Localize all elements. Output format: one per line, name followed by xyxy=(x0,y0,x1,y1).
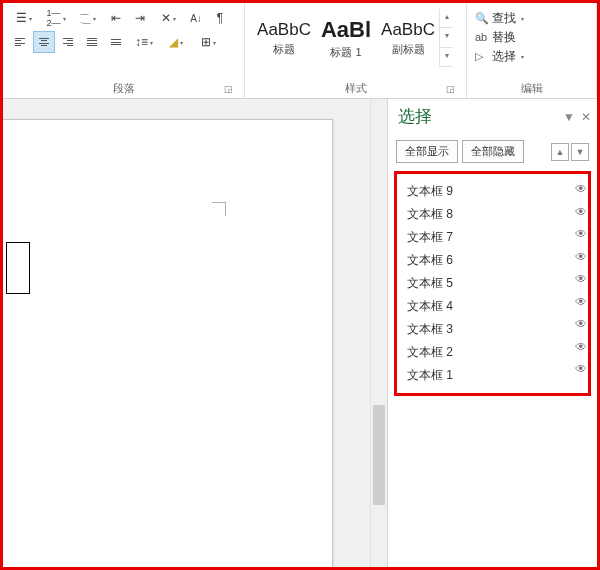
pane-dropdown-icon[interactable]: ▼ xyxy=(563,110,575,124)
visibility-toggle-icon[interactable]: 👁 xyxy=(575,201,587,224)
bring-forward-button[interactable]: ▲ xyxy=(551,143,569,161)
replace-button[interactable]: ab 替换 xyxy=(473,28,590,46)
send-backward-button[interactable]: ▼ xyxy=(571,143,589,161)
group-label-paragraph: 段落 ◲ xyxy=(9,78,238,98)
styles-gallery[interactable]: AaBbC 标题 AaBl 标题 1 AaBbC 副标题 ▴ ▾ ▾ xyxy=(251,7,453,67)
ribbon-group-styles: AaBbC 标题 AaBl 标题 1 AaBbC 副标题 ▴ ▾ ▾ xyxy=(245,3,467,98)
scrollbar-thumb[interactable] xyxy=(373,405,385,505)
visibility-toggle-icon[interactable]: 👁 xyxy=(575,268,587,291)
pane-close-icon[interactable]: ✕ xyxy=(581,110,591,124)
group-label-styles: 样式 ◲ xyxy=(251,78,460,98)
multilevel-list-button[interactable]: —·—▾ xyxy=(73,7,103,29)
bullets-button[interactable]: ☰▾ xyxy=(9,7,39,29)
gallery-more-icon[interactable]: ▾ xyxy=(440,48,453,67)
numbering-button[interactable]: 1—2—▾ xyxy=(41,7,71,29)
align-right-button[interactable] xyxy=(57,31,79,53)
list-item[interactable]: 文本框 1 xyxy=(399,364,586,387)
text-box-shape[interactable] xyxy=(6,242,30,294)
find-button[interactable]: 🔍 查找▾ xyxy=(473,9,590,27)
borders-button[interactable]: ⊞▾ xyxy=(193,31,223,53)
shading-button[interactable]: ◢▾ xyxy=(161,31,191,53)
gallery-scroll[interactable]: ▴ ▾ ▾ xyxy=(439,9,453,67)
distribute-button[interactable] xyxy=(105,31,127,53)
list-item[interactable]: 文本框 3 xyxy=(399,318,586,341)
list-item[interactable]: 文本框 5 xyxy=(399,272,586,295)
visibility-toggle-icon[interactable]: 👁 xyxy=(575,291,587,314)
justify-button[interactable] xyxy=(81,31,103,53)
ribbon-group-paragraph: ☰▾ 1—2—▾ —·—▾ ⇤ ⇥ ✕▾ A↓ ¶ xyxy=(3,3,245,98)
dialog-launcher-icon[interactable]: ◲ xyxy=(222,84,234,96)
find-icon: 🔍 xyxy=(475,12,489,25)
hide-all-button[interactable]: 全部隐藏 xyxy=(462,140,524,163)
visibility-toggle-icon[interactable]: 👁 xyxy=(575,178,587,201)
style-item-subtitle[interactable]: AaBbC 副标题 xyxy=(377,9,439,67)
document-area[interactable] xyxy=(3,99,370,567)
decrease-indent-button[interactable]: ⇤ xyxy=(105,7,127,29)
document-page[interactable] xyxy=(3,119,333,567)
list-item[interactable]: 文本框 2 xyxy=(399,341,586,364)
list-item[interactable]: 文本框 7 xyxy=(399,226,586,249)
list-item[interactable]: 文本框 9 xyxy=(399,180,586,203)
visibility-toggle-icon[interactable]: 👁 xyxy=(575,336,587,359)
list-item[interactable]: 文本框 6 xyxy=(399,249,586,272)
selection-pane-title: 选择 xyxy=(398,105,432,128)
select-icon: ▷ xyxy=(475,50,489,63)
replace-icon: ab xyxy=(475,31,489,43)
list-item[interactable]: 文本框 4 xyxy=(399,295,586,318)
visibility-toggle-icon[interactable]: 👁 xyxy=(575,223,587,246)
align-left-button[interactable] xyxy=(9,31,31,53)
show-all-button[interactable]: 全部显示 xyxy=(396,140,458,163)
ribbon-group-edit: 🔍 查找▾ ab 替换 ▷ 选择▾ 编辑 xyxy=(467,3,597,98)
margin-mark-icon xyxy=(212,202,226,216)
increase-indent-button[interactable]: ⇥ xyxy=(129,7,151,29)
asian-layout-button[interactable]: ✕▾ xyxy=(153,7,183,29)
align-center-button[interactable] xyxy=(33,31,55,53)
select-button[interactable]: ▷ 选择▾ xyxy=(473,47,590,65)
visibility-toggle-icon[interactable]: 👁 xyxy=(575,313,587,336)
dialog-launcher-icon[interactable]: ◲ xyxy=(444,84,456,96)
style-item-title[interactable]: AaBbC 标题 xyxy=(253,9,315,67)
sort-button[interactable]: A↓ xyxy=(185,7,207,29)
selection-pane: 选择 ▼ ✕ 全部显示 全部隐藏 ▲ ▼ 文本框 9 xyxy=(387,99,597,567)
vertical-scrollbar[interactable] xyxy=(370,99,387,567)
selection-list-highlight: 文本框 9 文本框 8 文本框 7 文本框 6 文本框 5 文本框 4 文本框 … xyxy=(394,171,591,396)
content-area: 选择 ▼ ✕ 全部显示 全部隐藏 ▲ ▼ 文本框 9 xyxy=(3,99,597,567)
visibility-toggle-icon[interactable]: 👁 xyxy=(575,246,587,269)
visibility-toggle-icon[interactable]: 👁 xyxy=(575,358,587,381)
style-item-heading1[interactable]: AaBl 标题 1 xyxy=(315,9,377,67)
app-window: ☰▾ 1—2—▾ —·—▾ ⇤ ⇥ ✕▾ A↓ ¶ xyxy=(0,0,600,570)
group-label-edit: 编辑 xyxy=(473,78,590,98)
line-spacing-button[interactable]: ↕≡▾ xyxy=(129,31,159,53)
ribbon: ☰▾ 1—2—▾ —·—▾ ⇤ ⇥ ✕▾ A↓ ¶ xyxy=(3,3,597,99)
gallery-down-icon[interactable]: ▾ xyxy=(440,28,453,47)
show-marks-button[interactable]: ¶ xyxy=(209,7,231,29)
gallery-up-icon[interactable]: ▴ xyxy=(440,9,453,28)
selection-list: 文本框 9 文本框 8 文本框 7 文本框 6 文本框 5 文本框 4 文本框 … xyxy=(399,180,586,387)
list-item[interactable]: 文本框 8 xyxy=(399,203,586,226)
